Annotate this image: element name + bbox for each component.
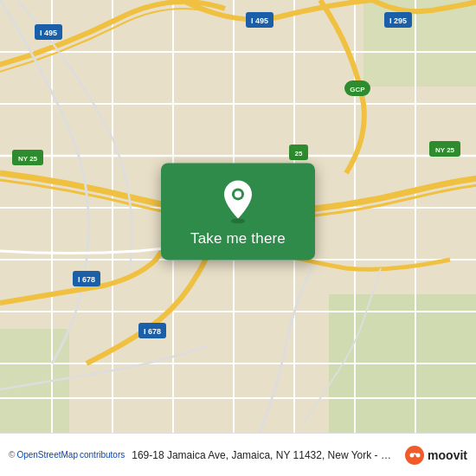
svg-point-40: [405, 446, 424, 465]
copyright-icon: ©: [9, 450, 15, 460]
svg-text:NY 25: NY 25: [18, 155, 38, 163]
svg-text:NY 25: NY 25: [435, 146, 455, 154]
svg-point-39: [235, 190, 241, 197]
moovit-text: moovit: [428, 448, 467, 462]
svg-text:GCP: GCP: [350, 86, 365, 93]
moovit-logo: moovit: [405, 446, 467, 465]
svg-text:I 495: I 495: [40, 29, 57, 37]
svg-text:I 495: I 495: [251, 16, 268, 25]
svg-text:I 678: I 678: [144, 327, 161, 336]
take-me-there-card[interactable]: Take me there: [161, 163, 315, 260]
svg-point-37: [231, 218, 245, 223]
footer-bar: © OpenStreetMap contributors 169-18 Jama…: [0, 433, 476, 476]
svg-text:I 295: I 295: [389, 16, 407, 25]
take-me-there-button-label: Take me there: [190, 230, 286, 248]
contributors-link[interactable]: contributors: [80, 450, 125, 460]
openstreetmap-credit: © OpenStreetMap contributors: [9, 450, 125, 460]
svg-text:I 678: I 678: [78, 275, 95, 284]
map-container: I 495 I 495 I 295 GCP NY 25 25 NY 25 I 6…: [0, 0, 476, 433]
osm-link[interactable]: OpenStreetMap: [16, 450, 78, 460]
svg-text:25: 25: [295, 150, 303, 158]
address-text: 169-18 Jamaica Ave, Jamaica, NY 11432, N…: [132, 449, 398, 461]
svg-rect-2: [0, 329, 69, 433]
location-pin-icon: [219, 178, 257, 223]
moovit-icon: [405, 446, 424, 465]
